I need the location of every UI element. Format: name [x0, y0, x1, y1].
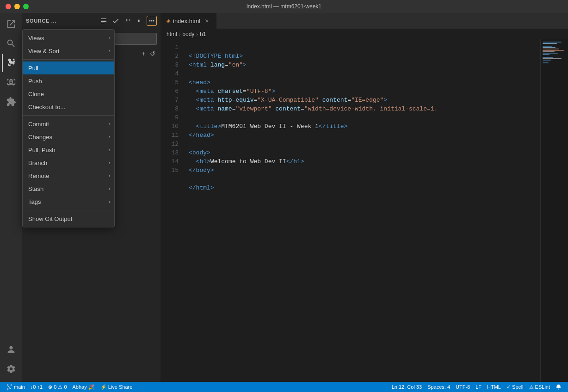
tab-bar: ◈ index.html ×: [161, 13, 568, 29]
menu-item-changes[interactable]: Changes›: [23, 130, 114, 143]
menu-arrow-icon: ›: [109, 160, 111, 165]
menu-item-label: Tags: [28, 198, 109, 205]
activity-search[interactable]: [2, 34, 20, 53]
breadcrumb-sep-2: ›: [196, 31, 198, 37]
sync-status: ↓0 ↑1: [31, 384, 43, 390]
editor-area: ◈ index.html × html › body › h1 12345 67…: [161, 13, 568, 382]
activity-account[interactable]: [2, 340, 20, 359]
status-encoding[interactable]: UTF-8: [453, 382, 473, 392]
menu-item-label: Remote: [28, 172, 109, 179]
changes-discard-all-btn[interactable]: ↺: [148, 49, 157, 58]
menu-item-views[interactable]: Views›: [23, 31, 114, 44]
menu-divider-2: [23, 59, 114, 60]
user-name: Abhay 🎉: [73, 384, 95, 390]
status-live-share[interactable]: ⚡ Live Share: [98, 382, 136, 392]
status-bar: main ↓0 ↑1 ⊗ 0 ⚠ 0 Abhay 🎉 ⚡ Live Share …: [0, 382, 568, 392]
code-editor[interactable]: 12345 678910 1112131415 <!DOCTYPE html> …: [161, 39, 568, 382]
breadcrumb-sep-1: ›: [179, 31, 181, 37]
menu-item-label: Clone: [28, 91, 109, 98]
activity-settings[interactable]: [2, 360, 20, 378]
activity-debug[interactable]: [2, 73, 20, 92]
status-eslint[interactable]: ⚠ ESLint: [526, 382, 553, 392]
live-share-icon: ⚡: [100, 384, 107, 390]
live-share-label: Live Share: [108, 384, 133, 390]
status-position[interactable]: Ln 12, Col 33: [389, 382, 425, 392]
status-spaces[interactable]: Spaces: 4: [425, 382, 453, 392]
status-errors[interactable]: ⊗ 0 ⚠ 0: [45, 382, 69, 392]
minimize-button[interactable]: [14, 4, 20, 9]
status-language[interactable]: HTML: [484, 382, 504, 392]
menu-item-checkout-to---[interactable]: Checkout to...: [23, 100, 114, 113]
menu-arrow-icon: ›: [109, 147, 111, 153]
menu-item-view---sort[interactable]: View & Sort›: [23, 44, 114, 57]
branch-name: main: [14, 384, 25, 390]
tab-label: index.html: [173, 18, 200, 24]
activity-source-control[interactable]: [2, 54, 20, 72]
traffic-lights: [6, 4, 29, 9]
status-branch[interactable]: main: [4, 382, 28, 392]
window-title: index.html — mtm6201-week1: [247, 3, 321, 10]
activity-bottom: [2, 340, 20, 382]
menu-arrow-icon: ›: [109, 186, 111, 191]
menu-item-stash[interactable]: Stash›: [23, 182, 114, 195]
menu-item-label: Push: [28, 78, 109, 85]
menu-item-label: Pull: [28, 65, 109, 72]
warning-count: ⚠ 0: [58, 384, 67, 390]
menu-item-label: View & Sort: [28, 48, 109, 55]
title-bar: index.html — mtm6201-week1: [0, 0, 568, 13]
scm-check-btn[interactable]: [111, 16, 121, 26]
status-right: Ln 12, Col 33 Spaces: 4 UTF-8 LF HTML ✓ …: [389, 382, 564, 392]
menu-item-tags[interactable]: Tags›: [23, 195, 114, 208]
menu-item-branch[interactable]: Branch›: [23, 156, 114, 169]
activity-extensions[interactable]: [2, 92, 20, 111]
status-spell[interactable]: ✓ Spell: [504, 382, 526, 392]
activity-explorer[interactable]: [2, 15, 20, 33]
code-content[interactable]: <!DOCTYPE html> <html lang="en"> <head> …: [183, 39, 540, 382]
menu-item-clone[interactable]: Clone: [23, 87, 114, 100]
menu-item-remote[interactable]: Remote›: [23, 169, 114, 182]
menu-arrow-icon: ›: [109, 35, 111, 41]
menu-item-label: Commit: [28, 121, 109, 128]
menu-item-pull[interactable]: Pull: [23, 61, 114, 74]
breadcrumb-html[interactable]: html: [167, 31, 177, 37]
editor-tab-index-html[interactable]: ◈ index.html ×: [161, 13, 216, 29]
svg-point-0: [149, 20, 151, 22]
scm-undo-btn[interactable]: [135, 16, 145, 26]
menu-divider-7: [23, 115, 114, 116]
status-user[interactable]: Abhay 🎉: [70, 382, 98, 392]
menu-item-label: Pull, Push: [28, 147, 109, 153]
tab-close-btn[interactable]: ×: [203, 17, 210, 24]
status-sync[interactable]: ↓0 ↑1: [28, 382, 45, 392]
menu-divider-15: [23, 210, 114, 210]
maximize-button[interactable]: [23, 4, 29, 9]
activity-bar: [0, 13, 22, 382]
menu-arrow-icon: ›: [109, 199, 111, 204]
scm-more-btn[interactable]: [147, 16, 157, 26]
menu-arrow-icon: ›: [109, 121, 111, 127]
scm-refresh-btn[interactable]: [123, 16, 133, 26]
minimap: [540, 39, 568, 382]
breadcrumb: html › body › h1: [161, 29, 568, 39]
menu-item-show-git-output[interactable]: Show Git Output: [23, 212, 114, 225]
svg-point-1: [151, 20, 153, 22]
error-count: ⊗ 0: [48, 384, 56, 390]
menu-item-label: Changes: [28, 134, 109, 141]
menu-arrow-icon: ›: [109, 48, 111, 54]
menu-item-push[interactable]: Push: [23, 74, 114, 87]
breadcrumb-h1[interactable]: h1: [200, 31, 206, 37]
changes-add-all-btn[interactable]: +: [139, 49, 148, 58]
menu-item-label: Branch: [28, 159, 109, 166]
menu-item-commit[interactable]: Commit›: [23, 117, 114, 130]
status-notifications[interactable]: [553, 382, 564, 392]
close-button[interactable]: [6, 4, 11, 9]
breadcrumb-body[interactable]: body: [182, 31, 194, 37]
menu-item-label: Checkout to...: [28, 104, 109, 110]
status-line-ending[interactable]: LF: [473, 382, 484, 392]
menu-item-pull--push[interactable]: Pull, Push›: [23, 143, 114, 156]
scm-title: SOURCE ...: [26, 18, 97, 24]
scm-list-view-btn[interactable]: [99, 16, 109, 26]
dropdown-menu: Views›View & Sort›PullPushCloneCheckout …: [22, 29, 115, 227]
scm-header: SOURCE ...: [22, 13, 161, 29]
menu-arrow-icon: ›: [109, 134, 111, 140]
tab-file-icon: ◈: [167, 18, 170, 24]
